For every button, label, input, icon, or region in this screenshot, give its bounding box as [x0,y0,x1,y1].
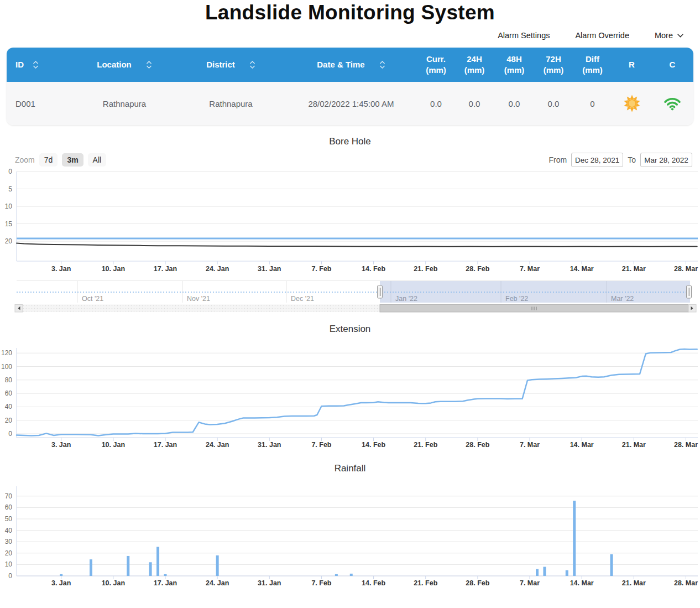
svg-text:28. Mar: 28. Mar [674,579,698,587]
column-label: 48H [504,54,525,65]
sort-icon[interactable] [146,60,152,69]
svg-text:17. Jan: 17. Jan [154,441,177,449]
column-unit: (mm) [544,65,564,76]
scrollbar-right-arrow[interactable] [688,305,696,313]
svg-text:14. Feb: 14. Feb [362,579,385,587]
svg-text:14. Mar: 14. Mar [570,441,594,449]
zoom-all-button[interactable]: All [88,153,107,167]
sort-icon[interactable] [379,60,385,69]
svg-text:0: 0 [8,430,12,438]
svg-text:40: 40 [5,527,13,534]
svg-text:7. Feb: 7. Feb [311,579,331,587]
svg-text:Oct '21: Oct '21 [82,295,103,303]
zoom-label: Zoom [15,155,35,164]
svg-text:14. Mar: 14. Mar [570,265,594,273]
column-header-datetime[interactable]: Date & Time [285,59,417,70]
svg-text:Nov '21: Nov '21 [187,295,210,303]
rainfall-bar [60,574,62,576]
scrollbar[interactable] [0,304,700,313]
zoom-7d-button[interactable]: 7d [39,153,58,167]
svg-text:50: 50 [5,515,13,523]
svg-text:10. Jan: 10. Jan [102,579,125,587]
alarm-settings-link[interactable]: Alarm Settings [498,31,550,40]
navigator-handle-left[interactable] [378,285,383,298]
rainfall-bar [149,562,152,576]
svg-text:31. Jan: 31. Jan [258,265,281,273]
svg-text:31. Jan: 31. Jan [258,579,281,587]
svg-text:24. Jan: 24. Jan [206,265,229,273]
svg-text:Dec '21: Dec '21 [291,295,314,303]
column-label: C [670,59,676,70]
svg-text:10. Jan: 10. Jan [102,265,125,273]
cell-24h: 0.0 [455,99,494,108]
navigator[interactable]: Oct '21Nov '21Dec '21Jan '22Feb '22Mar '… [0,280,700,304]
page-title: Landslide Monitoring System [0,1,700,24]
column-header-location[interactable]: Location [72,59,177,70]
rainfall-bar [566,570,568,576]
cell-48h: 0.0 [494,99,534,108]
svg-text:28. Mar: 28. Mar [674,265,698,273]
svg-text:14. Feb: 14. Feb [362,441,385,449]
column-unit: (mm) [426,65,446,76]
scrollbar-left-arrow[interactable] [15,305,23,313]
column-header-id[interactable]: ID [7,59,72,70]
svg-text:21. Feb: 21. Feb [414,441,437,449]
column-label: ID [15,59,24,70]
svg-text:20: 20 [5,549,13,557]
cell-curr: 0.0 [417,99,455,108]
column-unit: (mm) [464,65,485,76]
rainfall-bar [90,559,92,576]
zoom-group: Zoom 7d 3m All [15,153,106,167]
svg-text:100: 100 [1,363,12,371]
more-menu[interactable]: More [655,31,683,40]
rainfall-bar [127,556,129,576]
rainfall-bar [216,555,219,576]
svg-text:10: 10 [5,202,13,210]
extension-chart: 0204060801001203. Jan10. Jan17. Jan24. J… [0,338,700,454]
column-header-district[interactable]: District [177,59,285,70]
rainfall-bar [350,574,353,576]
svg-text:21. Feb: 21. Feb [414,579,437,587]
sort-icon[interactable] [249,60,255,69]
svg-text:0: 0 [8,572,12,580]
table-row[interactable]: D001 Rathnapura Rathnapura 28/02/2022 1:… [7,82,693,125]
column-header-72h: 72H(mm) [534,54,573,76]
svg-text:7. Mar: 7. Mar [520,579,540,587]
svg-text:7. Mar: 7. Mar [520,441,540,449]
svg-text:28. Feb: 28. Feb [466,441,489,449]
column-label: Diff [582,54,603,65]
svg-text:10. Jan: 10. Jan [102,441,125,449]
alarm-override-link[interactable]: Alarm Override [575,31,629,40]
sort-icon[interactable] [33,60,39,69]
bore-hole-title: Bore Hole [0,136,700,147]
table-header-row: ID Location District Date & Time Curr.(m… [7,48,693,82]
column-header-curr: Curr.(mm) [417,54,455,76]
svg-text:40: 40 [5,403,13,410]
rainfall-bar [610,554,613,576]
more-label: More [655,31,673,40]
cell-id: D001 [7,99,72,108]
from-date-input[interactable] [571,153,623,167]
svg-text:20: 20 [5,237,13,245]
column-label: R [629,59,635,70]
svg-text:3. Jan: 3. Jan [51,265,71,273]
svg-text:21. Mar: 21. Mar [622,579,646,587]
zoom-3m-button[interactable]: 3m [62,153,83,167]
svg-text:7. Feb: 7. Feb [311,441,331,449]
svg-text:28. Feb: 28. Feb [466,579,489,587]
svg-text:21. Mar: 21. Mar [622,265,646,273]
svg-text:21. Feb: 21. Feb [414,265,437,273]
svg-text:14. Mar: 14. Mar [570,579,594,587]
column-header-24h: 24H(mm) [455,54,494,76]
scrollbar-thumb[interactable] [380,305,688,313]
svg-text:60: 60 [5,389,13,397]
svg-text:60: 60 [5,503,13,511]
svg-text:3. Jan: 3. Jan [51,579,71,587]
rainfall-bar [335,574,338,576]
column-label: Date & Time [317,59,364,70]
navigator-handle-right[interactable] [687,285,692,298]
cell-location: Rathnapura [72,99,177,108]
svg-text:80: 80 [5,376,13,384]
to-date-input[interactable] [640,153,692,167]
cell-connection-status [651,96,693,111]
